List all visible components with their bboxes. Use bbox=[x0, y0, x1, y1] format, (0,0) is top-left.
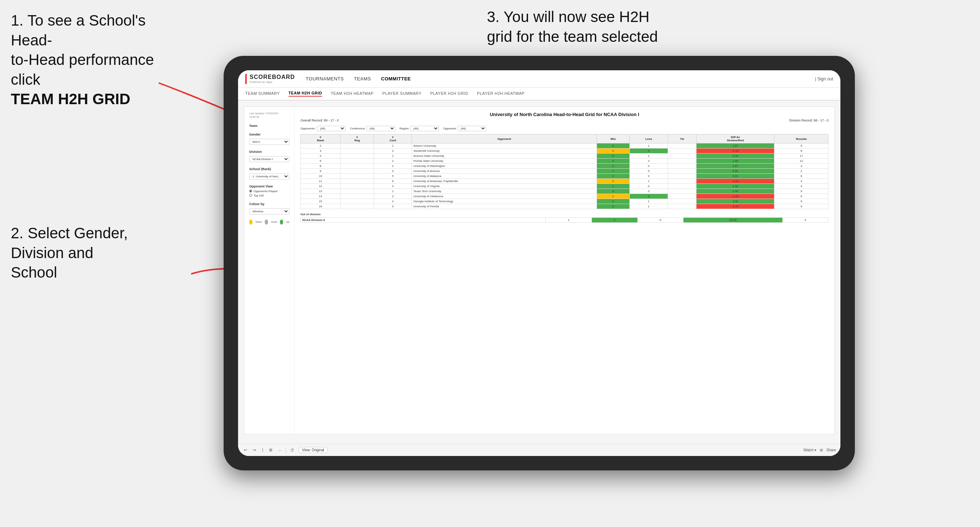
radio-dot-unselected bbox=[249, 194, 252, 197]
grid-title: University of North Carolina Head-to-Hea… bbox=[301, 112, 829, 117]
nav-teams[interactable]: TEAMS bbox=[354, 76, 371, 81]
annotation-bl-line2: Division and bbox=[11, 244, 94, 261]
cell-rank: 16 bbox=[301, 204, 340, 209]
subnav-player-h2h-grid[interactable]: PLAYER H2H GRID bbox=[430, 91, 469, 96]
nav-tournaments[interactable]: TOURNAMENTS bbox=[306, 76, 344, 81]
cell-rank: 4 bbox=[301, 154, 340, 159]
cell-win: 0 bbox=[597, 149, 629, 154]
cell-win: 1 bbox=[597, 194, 629, 199]
logo-text: SCOREBOARD Powered by clippi bbox=[250, 74, 295, 84]
cell-diff: 5.56 bbox=[697, 189, 775, 194]
opponent-view-section: Opponent View Opponents Played Top 100 bbox=[249, 184, 289, 197]
annotation-bl-line3: School bbox=[11, 264, 57, 281]
filter-opponents-select[interactable]: (All) bbox=[317, 126, 345, 131]
cell-loss: 2 bbox=[629, 194, 668, 199]
color-legend: Down Level Up bbox=[249, 219, 289, 225]
ood-division: NCAA Division II bbox=[301, 218, 546, 223]
logo-sub: Powered by clippi bbox=[250, 80, 295, 84]
radio-opponents-played[interactable]: Opponents Played bbox=[249, 190, 289, 193]
nav-links: TOURNAMENTS TEAMS COMMITTEE bbox=[306, 76, 411, 81]
cell-rank: 12 bbox=[301, 184, 340, 189]
gender-select[interactable]: Men's bbox=[249, 139, 289, 145]
cell-diff: -6.42 bbox=[697, 204, 775, 209]
toolbar-watch[interactable]: Watch ▾ bbox=[803, 448, 817, 452]
cell-reg bbox=[340, 204, 374, 209]
filter-conference-select[interactable]: (All) bbox=[366, 126, 395, 131]
radio-label-1: Top 100 bbox=[254, 194, 264, 197]
cell-win: 3 bbox=[597, 189, 629, 194]
table-row: 12 3 University of Virginia 1 0 2.33 3 bbox=[301, 184, 829, 189]
toolbar-undo[interactable]: ↩ bbox=[242, 447, 248, 453]
filter-opponents-label: Opponents: bbox=[301, 127, 315, 130]
cell-opponent: University of Alabama bbox=[412, 174, 597, 179]
cell-tie bbox=[668, 194, 697, 199]
cell-diff: 4.50 bbox=[697, 199, 775, 204]
filter-region-select[interactable]: (All) bbox=[410, 126, 439, 131]
cell-reg bbox=[340, 163, 374, 169]
division-label: Division bbox=[249, 150, 289, 154]
cell-loss: 1 bbox=[629, 204, 668, 209]
nav-committee[interactable]: COMMITTEE bbox=[381, 76, 411, 81]
subnav-team-summary[interactable]: TEAM SUMMARY bbox=[245, 91, 280, 96]
logo-name: SCOREBOARD bbox=[250, 74, 295, 80]
radio-top100[interactable]: Top 100 bbox=[249, 194, 289, 197]
subnav-player-summary[interactable]: PLAYER SUMMARY bbox=[382, 91, 422, 96]
cell-rounds: 2 bbox=[775, 169, 829, 174]
division-select[interactable]: NCAA Division I bbox=[249, 156, 289, 162]
subnav-team-h2h-grid[interactable]: TEAM H2H GRID bbox=[288, 91, 322, 97]
filter-conference: Conference (All) bbox=[350, 126, 395, 131]
cell-opponent: Vanderbilt University bbox=[412, 149, 597, 154]
subnav-player-h2h-heatmap[interactable]: PLAYER H2H HEATMAP bbox=[477, 91, 525, 96]
cell-conf: 6 bbox=[374, 179, 412, 184]
color-up bbox=[280, 219, 283, 225]
cell-rounds: 17 bbox=[775, 154, 829, 159]
last-updated-time: 16:55:38 bbox=[249, 115, 289, 119]
cell-reg bbox=[340, 194, 374, 199]
cell-reg bbox=[340, 184, 374, 189]
cell-reg bbox=[340, 169, 374, 174]
colour-by-select[interactable]: Win/loss bbox=[249, 208, 289, 214]
table-row: 4 1 Arizona State University 5 1 2.29 17 bbox=[301, 154, 829, 159]
col-win: Win bbox=[597, 135, 629, 143]
toolbar-view[interactable]: View: Original bbox=[299, 447, 328, 453]
toolbar-more[interactable]: ··· bbox=[277, 447, 283, 453]
cell-tie bbox=[668, 169, 697, 174]
toolbar-redo[interactable]: ↪ bbox=[251, 447, 258, 453]
color-level bbox=[265, 219, 268, 225]
table-row: 13 1 Texas Tech University 3 0 5.56 9 bbox=[301, 189, 829, 194]
school-select[interactable]: 1. University of Nort... bbox=[249, 173, 289, 179]
cell-diff: 1.67 bbox=[697, 143, 775, 149]
cell-reg bbox=[340, 199, 374, 204]
colour-by-section: Colour by Win/loss bbox=[249, 202, 289, 214]
cell-conf: 2 bbox=[374, 194, 412, 199]
cell-opponent: Florida State University bbox=[412, 159, 597, 163]
opponent-view-label: Opponent View bbox=[249, 184, 289, 188]
cell-loss: 0 bbox=[629, 169, 668, 174]
cell-win: 0 bbox=[597, 179, 629, 184]
cell-loss: 4 bbox=[629, 149, 668, 154]
sign-out-link[interactable]: | Sign out bbox=[815, 76, 834, 81]
cell-opponent: University of Florida bbox=[412, 204, 597, 209]
toolbar-prev[interactable]: ⟨ bbox=[261, 447, 265, 453]
subnav-team-h2h-heatmap[interactable]: TEAM H2H HEATMAP bbox=[331, 91, 374, 96]
cell-conf: 1 bbox=[374, 154, 412, 159]
filter-conference-label: Conference bbox=[350, 127, 365, 130]
table-row: 10 5 University of Alabama 3 0 2.61 8 bbox=[301, 174, 829, 179]
cell-opponent: University of Arkansas, Fayetteville bbox=[412, 179, 597, 184]
toolbar-copy[interactable]: ⊞ bbox=[267, 447, 274, 453]
annotation-line2: to-Head performance click bbox=[11, 51, 154, 88]
legend-up-label: Up bbox=[286, 221, 289, 223]
col-tie: Tie bbox=[668, 135, 697, 143]
cell-conf: 2 bbox=[374, 149, 412, 154]
legend-level-label: Level bbox=[271, 221, 277, 223]
toolbar-share[interactable]: Share bbox=[826, 448, 836, 452]
toolbar-grid-icon[interactable]: ⊞ bbox=[820, 448, 823, 452]
toolbar-clock[interactable]: ⏱ bbox=[289, 447, 296, 453]
cell-tie bbox=[668, 149, 697, 154]
cell-conf: 4 bbox=[374, 199, 412, 204]
records-row: Overall Record: 89 - 17 - 0 Division Rec… bbox=[301, 119, 829, 122]
col-rounds: Rounds bbox=[775, 135, 829, 143]
last-updated-label: Last Updated: 27/03/2024 bbox=[249, 112, 289, 115]
logo-area: SCOREBOARD Powered by clippi bbox=[245, 74, 295, 84]
filter-opponent-select[interactable]: (All) bbox=[457, 126, 486, 131]
